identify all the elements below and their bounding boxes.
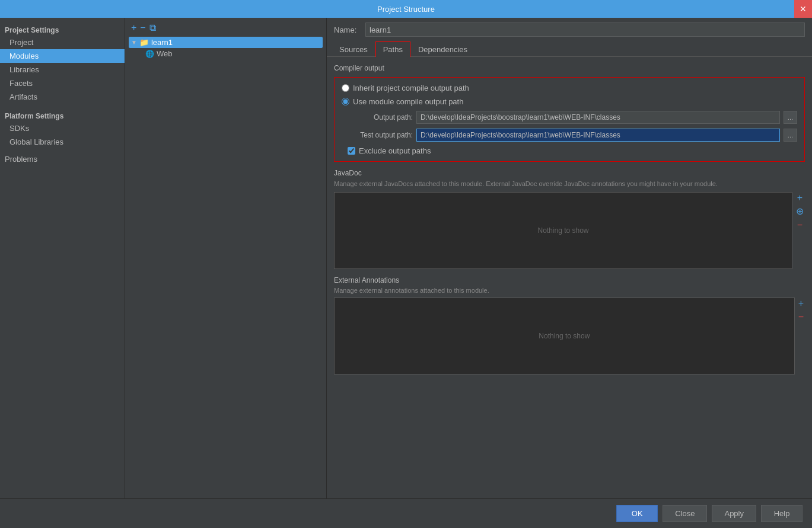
exclude-checkbox[interactable] (348, 147, 355, 155)
content-area: Name: Sources Paths Dependencies Compile… (327, 18, 812, 498)
sidebar: Project Settings Project Modules Librari… (0, 18, 125, 498)
expand-arrow-icon: ▼ (131, 39, 137, 46)
ext-annotations-list-area: Nothing to show (334, 297, 795, 375)
sidebar-item-problems[interactable]: Problems (0, 149, 125, 165)
sidebar-item-sdks[interactable]: SDKs (0, 121, 125, 135)
paths-tab-content: Compiler output Inherit project compile … (327, 57, 812, 498)
test-output-path-label: Test output path: (342, 131, 413, 139)
tabs-row: Sources Paths Dependencies (327, 41, 812, 57)
tree-node-web[interactable]: 🌐 Web (129, 48, 323, 59)
close-dialog-button[interactable]: Close (663, 505, 707, 522)
javadoc-list-area: Nothing to show (334, 192, 792, 269)
javadoc-panel: Nothing to show + ⊕ − (334, 192, 805, 269)
web-icon: 🌐 (145, 50, 154, 58)
tab-paths[interactable]: Paths (375, 41, 410, 57)
compiler-output-box: Inherit project compile output path Use … (334, 77, 805, 162)
javadoc-section: JavaDoc Manage external JavaDocs attache… (334, 169, 805, 269)
test-output-path-browse-button[interactable]: ... (784, 129, 797, 142)
title-bar: Project Structure ✕ (0, 0, 812, 18)
exclude-label: Exclude output paths (359, 146, 431, 155)
ext-annotations-panel: Nothing to show + − (334, 297, 805, 375)
javadoc-title: JavaDoc (334, 169, 805, 177)
ext-annotations-empty-label: Nothing to show (539, 332, 590, 340)
output-path-input[interactable] (416, 111, 780, 124)
module-folder-icon: 📁 (139, 38, 149, 47)
add-module-button[interactable]: + (131, 23, 136, 33)
window-title: Project Structure (377, 5, 435, 14)
javadoc-description: Manage external JavaDocs attached to thi… (334, 180, 805, 188)
sidebar-item-libraries[interactable]: Libraries (0, 63, 125, 76)
tree-toolbar: + − ⧉ (129, 21, 323, 34)
name-input[interactable] (365, 23, 805, 37)
javadoc-remove-button[interactable]: − (795, 219, 805, 231)
external-annotations-section: External Annotations Manage external ann… (334, 276, 805, 375)
tree-child-label: Web (157, 49, 173, 58)
test-output-path-row: Test output path: ... (342, 129, 797, 142)
close-window-button[interactable]: ✕ (794, 0, 812, 18)
main-container: Project Settings Project Modules Librari… (0, 18, 812, 498)
use-module-radio-row: Use module compile output path (342, 97, 797, 106)
ext-annotations-remove-button[interactable]: − (797, 311, 805, 323)
use-module-radio[interactable] (342, 98, 349, 105)
output-path-row: Output path: ... (342, 111, 797, 124)
output-path-label: Output path: (342, 113, 413, 121)
exclude-checkbox-row: Exclude output paths (342, 146, 797, 155)
module-tree-panel: + − ⧉ ▼ 📁 learn1 🌐 Web (125, 18, 327, 498)
test-output-path-input[interactable] (416, 129, 780, 142)
platform-settings-label: Platform Settings (0, 106, 125, 121)
javadoc-add-button[interactable]: + (795, 192, 805, 204)
javadoc-empty-label: Nothing to show (537, 226, 588, 235)
ext-annotations-description: Manage external annotations attached to … (334, 287, 805, 294)
tree-node-label: learn1 (151, 38, 173, 47)
inherit-radio[interactable] (342, 84, 349, 92)
bottom-bar: OK Close Apply Help (0, 498, 812, 528)
copy-module-button[interactable]: ⧉ (149, 23, 156, 33)
tab-sources[interactable]: Sources (332, 41, 375, 57)
help-button[interactable]: Help (761, 505, 803, 522)
sidebar-item-project[interactable]: Project (0, 36, 125, 49)
tree-node-learn1[interactable]: ▼ 📁 learn1 (129, 37, 323, 48)
compiler-output-title: Compiler output (334, 64, 805, 72)
ext-annotations-title: External Annotations (334, 276, 805, 284)
remove-module-button[interactable]: − (140, 23, 145, 33)
inherit-radio-row: Inherit project compile output path (342, 84, 797, 92)
inherit-label: Inherit project compile output path (353, 84, 469, 92)
tab-dependencies[interactable]: Dependencies (410, 41, 475, 57)
project-settings-label: Project Settings (0, 23, 125, 36)
use-module-label: Use module compile output path (353, 97, 463, 106)
apply-button[interactable]: Apply (712, 505, 756, 522)
sidebar-item-facets[interactable]: Facets (0, 76, 125, 90)
sidebar-item-modules[interactable]: Modules (0, 49, 125, 63)
ext-annotations-add-button[interactable]: + (797, 297, 805, 309)
sidebar-item-artifacts[interactable]: Artifacts (0, 90, 125, 104)
ok-button[interactable]: OK (616, 505, 658, 522)
name-row: Name: (327, 18, 812, 41)
name-label: Name: (334, 25, 361, 34)
output-path-browse-button[interactable]: ... (784, 111, 797, 124)
javadoc-buttons: + ⊕ − (795, 192, 805, 269)
sidebar-item-global-libraries[interactable]: Global Libraries (0, 135, 125, 149)
ext-annotations-buttons: + − (797, 297, 805, 375)
javadoc-add-url-button[interactable]: ⊕ (795, 206, 805, 217)
